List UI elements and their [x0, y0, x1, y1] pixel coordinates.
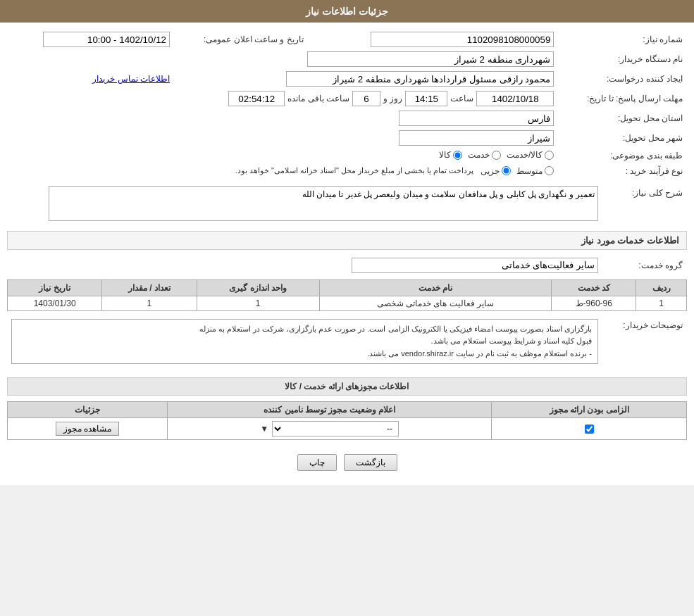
license-status: -- ▼	[167, 418, 492, 440]
process-options: متوسط جزیی پرداخت تمام یا بخشی از مبلغ خ…	[7, 164, 558, 178]
announce-date-label: تاریخ و ساعت اعلان عمومی:	[174, 30, 308, 49]
row-service-group: گروه خدمت:	[7, 256, 687, 275]
row-need-number: شماره نیاز: تاریخ و ساعت اعلان عمومی:	[7, 30, 687, 49]
radio-jozi: جزیی	[481, 166, 511, 176]
notes-label: توضیحات خریدار:	[602, 317, 687, 372]
licenses-header-row: الزامی بودن ارائه مجوز اعلام وضعیت مجوز …	[8, 402, 687, 418]
th-unit: واحد اندازه گیری	[197, 279, 319, 296]
th-name: نام خدمت	[319, 279, 552, 296]
row-category: طبقه بندی موضوعی: کالا/خدمت خدمت	[7, 148, 687, 164]
license-status-select[interactable]: --	[272, 421, 399, 436]
chevron-down-icon: ▼	[260, 424, 268, 434]
services-table-header: ردیف کد خدمت نام خدمت واحد اندازه گیری ت…	[8, 279, 687, 296]
province-input[interactable]	[399, 111, 554, 126]
row-creator: ایجاد کننده درخواست: اطلاعات تماس خریدار	[7, 69, 687, 89]
city-input[interactable]	[399, 130, 554, 146]
radio-kala-label: کالا	[439, 150, 451, 160]
notes-box: بارگزاری اسناد بصورت پیوست امضاء فیزیکی …	[11, 319, 598, 365]
radio-motavasset: متوسط	[516, 166, 554, 176]
page-container: جزئیات اطلاعات نیاز شماره نیاز: تاریخ و …	[0, 0, 694, 485]
license-details: مشاهده مجوز	[8, 418, 168, 440]
deadline-time-input[interactable]	[405, 91, 447, 106]
cell-code: 960-96-ط	[552, 296, 636, 310]
license-required	[492, 418, 687, 440]
radio-khedmat-input[interactable]	[492, 151, 501, 160]
creator-value	[174, 69, 558, 89]
deadline-remaining-input[interactable]	[228, 91, 285, 106]
services-header-row: ردیف کد خدمت نام خدمت واحد اندازه گیری ت…	[8, 279, 687, 296]
service-group-input[interactable]	[352, 258, 598, 273]
radio-khedmat: خدمت	[468, 150, 501, 160]
row-notes: توضیحات خریدار: بارگزاری اسناد بصورت پیو…	[7, 317, 687, 372]
deadline-remaining-label: ساعت باقی مانده	[287, 94, 349, 103]
radio-motavasset-input[interactable]	[545, 166, 554, 175]
table-row: 1 960-96-ط سایر فعالیت های خدماتی شخصی 1…	[8, 296, 687, 310]
province-value	[7, 108, 558, 128]
service-group-table: گروه خدمت:	[7, 256, 687, 275]
notes-line2: قبول کلیه اسناد و شرایط پیوست استعلام می…	[18, 335, 592, 348]
announce-date-value	[7, 30, 174, 49]
radio-kala-khedmat-label: کالا/خدمت	[507, 150, 543, 160]
services-table: ردیف کد خدمت نام خدمت واحد اندازه گیری ت…	[7, 279, 687, 311]
category-label: طبقه بندی موضوعی:	[558, 148, 687, 164]
creator-contact-link[interactable]: اطلاعات تماس خریدار	[92, 74, 170, 84]
cell-name: سایر فعالیت های خدماتی شخصی	[319, 296, 552, 310]
province-label: استان محل تحویل:	[558, 108, 687, 128]
print-button[interactable]: چاپ	[297, 454, 337, 471]
need-number-label: شماره نیاز:	[558, 30, 687, 49]
notes-line3: - برنده استعلام موظف به ثبت نام در سایت …	[18, 348, 592, 360]
th-required: الزامی بودن ارائه مجوز	[492, 402, 687, 418]
cell-unit: 1	[197, 296, 319, 310]
main-form-table: شماره نیاز: تاریخ و ساعت اعلان عمومی: نا…	[7, 30, 687, 178]
description-table: شرح کلی نیاز: تعمیر و نگهداری پل کابلی و…	[7, 184, 687, 225]
main-content: شماره نیاز: تاریخ و ساعت اعلان عمومی: نا…	[0, 23, 694, 485]
licenses-section-divider: اطلاعات مجوزهای ارائه خدمت / کالا	[7, 377, 687, 396]
need-number-value	[322, 30, 559, 49]
buyer-org-value	[7, 49, 558, 69]
radio-motavasset-label: متوسط	[516, 166, 543, 176]
row-description: شرح کلی نیاز: تعمیر و نگهداری پل کابلی و…	[7, 184, 687, 225]
back-button[interactable]: بازگشت	[344, 454, 397, 471]
radio-kala-input[interactable]	[453, 151, 462, 160]
th-row: ردیف	[636, 279, 687, 296]
deadline-date-input[interactable]	[476, 91, 554, 106]
cell-quantity: 1	[102, 296, 197, 310]
row-process: نوع فرآیند خرید : متوسط جزیی	[7, 164, 687, 178]
view-license-button[interactable]: مشاهده مجوز	[56, 422, 119, 436]
buyer-org-input[interactable]	[307, 51, 554, 67]
row-deadline: مهلت ارسال پاسخ: تا تاریخ: ساعت روز و سا…	[7, 89, 687, 108]
deadline-label: مهلت ارسال پاسخ: تا تاریخ:	[558, 89, 687, 108]
radio-jozi-input[interactable]	[502, 166, 511, 175]
licenses-header: الزامی بودن ارائه مجوز اعلام وضعیت مجوز …	[8, 402, 687, 418]
radio-kala-khedmat-input[interactable]	[545, 151, 554, 160]
license-required-checkbox[interactable]	[585, 425, 594, 434]
services-section-header: اطلاعات خدمات مورد نیاز	[7, 231, 687, 250]
description-label: شرح کلی نیاز:	[602, 184, 687, 225]
row-province: استان محل تحویل:	[7, 108, 687, 128]
deadline-time-label: ساعت	[450, 94, 473, 103]
row-city: شهر محل تحویل:	[7, 128, 687, 148]
creator-label: ایجاد کننده درخواست:	[558, 69, 687, 89]
th-details: جزئیات	[8, 402, 168, 418]
licenses-table: الزامی بودن ارائه مجوز اعلام وضعیت مجوز …	[7, 401, 687, 440]
category-options: کالا/خدمت خدمت کالا	[7, 148, 558, 164]
services-table-body: 1 960-96-ط سایر فعالیت های خدماتی شخصی 1…	[8, 296, 687, 310]
row-buyer-org: نام دستگاه خریدار:	[7, 49, 687, 69]
city-value	[7, 128, 558, 148]
description-textarea[interactable]: تعمیر و نگهداری پل کابلی و پل مدافعان سل…	[49, 186, 598, 221]
page-title: جزئیات اطلاعات نیاز	[306, 6, 388, 17]
description-value: تعمیر و نگهداری پل کابلی و پل مدافعان سل…	[7, 184, 602, 225]
th-quantity: تعداد / مقدار	[102, 279, 197, 296]
notes-table: توضیحات خریدار: بارگزاری اسناد بصورت پیو…	[7, 317, 687, 372]
announce-date-input[interactable]	[43, 32, 170, 47]
radio-kala: کالا	[439, 150, 462, 160]
need-number-input[interactable]	[371, 32, 554, 47]
deadline-days-label: روز و	[383, 94, 402, 103]
service-group-value	[7, 256, 602, 275]
th-date: تاریخ نیاز	[8, 279, 102, 296]
creator-input[interactable]	[286, 71, 554, 87]
deadline-days-input[interactable]	[352, 91, 380, 106]
city-label: شهر محل تحویل:	[558, 128, 687, 148]
th-status: اعلام وضعیت مجوز توسط نامین کننده	[167, 402, 492, 418]
notes-line1: بارگزاری اسناد بصورت پیوست امضاء فیزیکی …	[18, 323, 592, 336]
